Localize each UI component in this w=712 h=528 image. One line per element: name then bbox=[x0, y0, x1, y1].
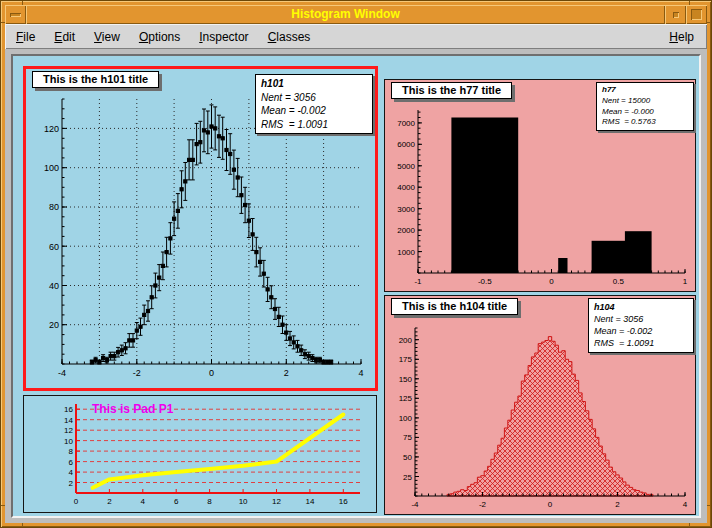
svg-text:0.5: 0.5 bbox=[613, 277, 625, 286]
pad-h77[interactable]: -1-0.500.511000200030004000500060007000 … bbox=[384, 79, 696, 292]
frame-resize-notch[interactable] bbox=[707, 505, 711, 506]
svg-text:7000: 7000 bbox=[397, 119, 415, 128]
svg-text:16: 16 bbox=[64, 405, 73, 414]
stats-line: Mean = -0.002 bbox=[261, 104, 367, 118]
svg-text:16: 16 bbox=[339, 497, 348, 506]
svg-text:-0.5: -0.5 bbox=[478, 277, 492, 286]
window-menu-icon bbox=[10, 13, 21, 17]
svg-text:2: 2 bbox=[615, 500, 620, 509]
menu-classes[interactable]: Classes bbox=[263, 27, 316, 47]
svg-text:4: 4 bbox=[683, 500, 688, 509]
svg-text:0: 0 bbox=[74, 497, 79, 506]
svg-text:10: 10 bbox=[239, 497, 248, 506]
p1-chart: 0246810121416246810121416 bbox=[24, 396, 376, 512]
svg-text:4000: 4000 bbox=[397, 183, 415, 192]
svg-text:2: 2 bbox=[69, 479, 74, 488]
stats-line: Nent = 3056 bbox=[261, 91, 367, 105]
menu-inspector[interactable]: Inspector bbox=[194, 27, 253, 47]
svg-text:1000: 1000 bbox=[397, 248, 415, 257]
minimize-button[interactable] bbox=[665, 5, 686, 24]
titlebar[interactable]: Histogram Window bbox=[5, 5, 707, 24]
h77-title-box[interactable]: This is the h77 title bbox=[391, 82, 512, 99]
svg-text:4: 4 bbox=[141, 497, 146, 506]
svg-text:-4: -4 bbox=[411, 500, 419, 509]
svg-text:100: 100 bbox=[44, 163, 59, 173]
h104-title-box[interactable]: This is the h104 title bbox=[391, 298, 518, 315]
svg-text:100: 100 bbox=[399, 414, 413, 423]
svg-text:150: 150 bbox=[399, 375, 413, 384]
svg-text:6: 6 bbox=[69, 458, 74, 467]
frame-resize-notch[interactable] bbox=[689, 523, 690, 527]
menu-help[interactable]: Help bbox=[664, 27, 699, 47]
app-window: Histogram Window File Edit View Options … bbox=[0, 0, 712, 528]
root-canvas[interactable]: -4-202420406080100120 This is the h101 t… bbox=[11, 54, 701, 518]
svg-text:1: 1 bbox=[683, 277, 688, 286]
maximize-button[interactable] bbox=[686, 5, 707, 24]
menu-options[interactable]: Options bbox=[134, 27, 185, 47]
frame-resize-notch[interactable] bbox=[22, 523, 23, 527]
h77-stats-box[interactable]: h77 Nent = 15000 Mean = -0.000 RMS = 0.5… bbox=[596, 82, 694, 131]
svg-text:0: 0 bbox=[549, 277, 554, 286]
svg-text:25: 25 bbox=[403, 473, 412, 482]
svg-text:2000: 2000 bbox=[397, 226, 415, 235]
pad-p1[interactable]: 0246810121416246810121416 This is Pad P1 bbox=[23, 395, 377, 513]
stats-name: h104 bbox=[594, 301, 688, 313]
menubar: File Edit View Options Inspector Classes… bbox=[5, 24, 707, 49]
svg-text:125: 125 bbox=[399, 394, 413, 403]
svg-text:-1: -1 bbox=[414, 277, 422, 286]
svg-text:120: 120 bbox=[44, 124, 59, 134]
stats-name: h77 bbox=[602, 85, 688, 96]
h101-title-box[interactable]: This is the h101 title bbox=[32, 71, 159, 88]
svg-text:200: 200 bbox=[399, 336, 413, 345]
pad-h101[interactable]: -4-202420406080100120 This is the h101 t… bbox=[23, 66, 378, 391]
svg-text:60: 60 bbox=[49, 242, 59, 252]
svg-text:0: 0 bbox=[209, 368, 214, 378]
svg-text:-2: -2 bbox=[479, 500, 487, 509]
stats-line: RMS = 1.0091 bbox=[594, 337, 688, 349]
svg-text:6: 6 bbox=[174, 497, 179, 506]
svg-text:-2: -2 bbox=[133, 368, 141, 378]
menu-view[interactable]: View bbox=[89, 27, 125, 47]
svg-text:8: 8 bbox=[69, 447, 74, 456]
h101-stats-box[interactable]: h101 Nent = 3056 Mean = -0.002 RMS = 1.0… bbox=[255, 74, 373, 134]
svg-text:-4: -4 bbox=[58, 368, 66, 378]
stats-line: RMS = 1.0091 bbox=[261, 118, 367, 132]
svg-text:12: 12 bbox=[64, 426, 73, 435]
pad-h104[interactable]: -4-2024255075100125150175200 This is the… bbox=[384, 295, 696, 515]
svg-text:4: 4 bbox=[358, 368, 363, 378]
frame-resize-notch[interactable] bbox=[707, 22, 711, 23]
svg-text:2: 2 bbox=[284, 368, 289, 378]
svg-text:0: 0 bbox=[548, 500, 553, 509]
svg-text:14: 14 bbox=[64, 416, 73, 425]
svg-text:2: 2 bbox=[107, 497, 112, 506]
p1-title[interactable]: This is Pad P1 bbox=[92, 402, 173, 416]
maximize-icon bbox=[691, 9, 702, 20]
svg-text:20: 20 bbox=[49, 320, 59, 330]
svg-text:80: 80 bbox=[49, 202, 59, 212]
svg-text:75: 75 bbox=[403, 433, 412, 442]
stats-line: Nent = 3056 bbox=[594, 313, 688, 325]
minimize-icon bbox=[673, 12, 679, 18]
stats-name: h101 bbox=[261, 77, 367, 91]
stats-line: Nent = 15000 bbox=[602, 96, 688, 107]
window-title: Histogram Window bbox=[26, 5, 665, 24]
stats-line: Mean = -0.002 bbox=[594, 325, 688, 337]
svg-text:10: 10 bbox=[64, 437, 73, 446]
svg-text:3000: 3000 bbox=[397, 205, 415, 214]
svg-text:14: 14 bbox=[305, 497, 314, 506]
menu-file[interactable]: File bbox=[11, 27, 40, 47]
canvas-container: -4-202420406080100120 This is the h101 t… bbox=[5, 49, 707, 523]
svg-text:6000: 6000 bbox=[397, 140, 415, 149]
menu-edit[interactable]: Edit bbox=[49, 27, 80, 47]
svg-text:40: 40 bbox=[49, 281, 59, 291]
svg-text:12: 12 bbox=[272, 497, 281, 506]
svg-text:175: 175 bbox=[399, 355, 413, 364]
stats-line: Mean = -0.000 bbox=[602, 107, 688, 118]
svg-text:5000: 5000 bbox=[397, 162, 415, 171]
svg-text:4: 4 bbox=[69, 468, 74, 477]
svg-text:8: 8 bbox=[207, 497, 212, 506]
stats-line: RMS = 0.5763 bbox=[602, 117, 688, 128]
svg-text:50: 50 bbox=[403, 453, 412, 462]
h104-stats-box[interactable]: h104 Nent = 3056 Mean = -0.002 RMS = 1.0… bbox=[588, 298, 694, 353]
window-menu-button[interactable] bbox=[5, 5, 26, 24]
